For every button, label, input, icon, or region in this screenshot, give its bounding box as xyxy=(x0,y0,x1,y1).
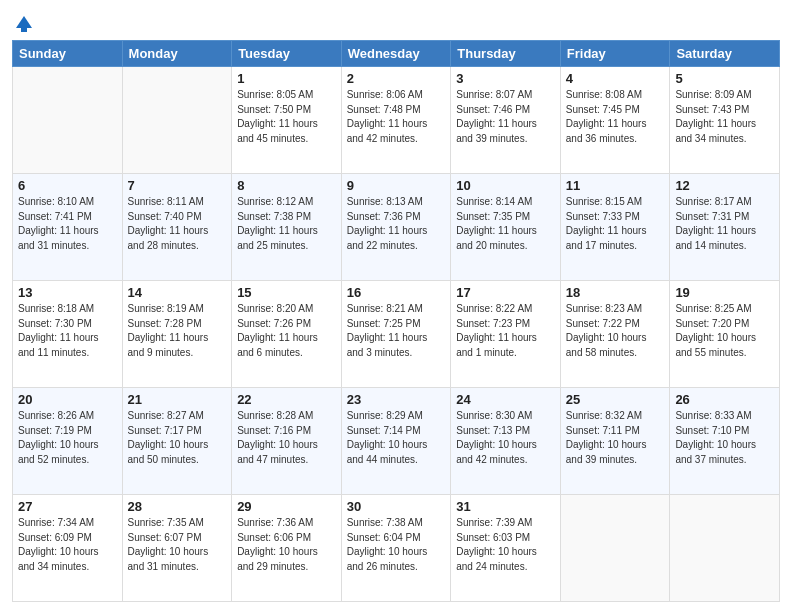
day-info: Sunrise: 8:30 AMSunset: 7:13 PMDaylight:… xyxy=(456,409,555,467)
svg-marker-0 xyxy=(16,16,32,28)
calendar-cell: 17Sunrise: 8:22 AMSunset: 7:23 PMDayligh… xyxy=(451,281,561,388)
day-info: Sunrise: 8:23 AMSunset: 7:22 PMDaylight:… xyxy=(566,302,665,360)
weekday-header-tuesday: Tuesday xyxy=(232,41,342,67)
day-info: Sunrise: 7:35 AMSunset: 6:07 PMDaylight:… xyxy=(128,516,227,574)
logo xyxy=(12,14,34,34)
day-number: 16 xyxy=(347,285,446,300)
day-info: Sunrise: 8:12 AMSunset: 7:38 PMDaylight:… xyxy=(237,195,336,253)
calendar-cell: 18Sunrise: 8:23 AMSunset: 7:22 PMDayligh… xyxy=(560,281,670,388)
day-info: Sunrise: 8:13 AMSunset: 7:36 PMDaylight:… xyxy=(347,195,446,253)
calendar-cell: 3Sunrise: 8:07 AMSunset: 7:46 PMDaylight… xyxy=(451,67,561,174)
calendar-cell: 5Sunrise: 8:09 AMSunset: 7:43 PMDaylight… xyxy=(670,67,780,174)
day-info: Sunrise: 8:11 AMSunset: 7:40 PMDaylight:… xyxy=(128,195,227,253)
day-number: 8 xyxy=(237,178,336,193)
calendar-cell: 14Sunrise: 8:19 AMSunset: 7:28 PMDayligh… xyxy=(122,281,232,388)
day-info: Sunrise: 7:38 AMSunset: 6:04 PMDaylight:… xyxy=(347,516,446,574)
calendar-cell: 30Sunrise: 7:38 AMSunset: 6:04 PMDayligh… xyxy=(341,495,451,602)
calendar-week-row: 1Sunrise: 8:05 AMSunset: 7:50 PMDaylight… xyxy=(13,67,780,174)
day-info: Sunrise: 8:07 AMSunset: 7:46 PMDaylight:… xyxy=(456,88,555,146)
day-number: 23 xyxy=(347,392,446,407)
day-number: 2 xyxy=(347,71,446,86)
day-number: 22 xyxy=(237,392,336,407)
calendar-cell: 6Sunrise: 8:10 AMSunset: 7:41 PMDaylight… xyxy=(13,174,123,281)
svg-rect-1 xyxy=(21,28,27,32)
day-number: 27 xyxy=(18,499,117,514)
day-info: Sunrise: 8:25 AMSunset: 7:20 PMDaylight:… xyxy=(675,302,774,360)
calendar-cell: 24Sunrise: 8:30 AMSunset: 7:13 PMDayligh… xyxy=(451,388,561,495)
calendar-week-row: 13Sunrise: 8:18 AMSunset: 7:30 PMDayligh… xyxy=(13,281,780,388)
calendar-cell: 19Sunrise: 8:25 AMSunset: 7:20 PMDayligh… xyxy=(670,281,780,388)
day-number: 17 xyxy=(456,285,555,300)
day-number: 14 xyxy=(128,285,227,300)
day-number: 1 xyxy=(237,71,336,86)
calendar-cell: 15Sunrise: 8:20 AMSunset: 7:26 PMDayligh… xyxy=(232,281,342,388)
calendar-cell: 7Sunrise: 8:11 AMSunset: 7:40 PMDaylight… xyxy=(122,174,232,281)
day-info: Sunrise: 8:15 AMSunset: 7:33 PMDaylight:… xyxy=(566,195,665,253)
day-number: 9 xyxy=(347,178,446,193)
day-info: Sunrise: 7:39 AMSunset: 6:03 PMDaylight:… xyxy=(456,516,555,574)
weekday-header-wednesday: Wednesday xyxy=(341,41,451,67)
day-number: 25 xyxy=(566,392,665,407)
day-number: 12 xyxy=(675,178,774,193)
calendar-cell: 13Sunrise: 8:18 AMSunset: 7:30 PMDayligh… xyxy=(13,281,123,388)
day-number: 21 xyxy=(128,392,227,407)
calendar-cell: 23Sunrise: 8:29 AMSunset: 7:14 PMDayligh… xyxy=(341,388,451,495)
calendar-cell: 25Sunrise: 8:32 AMSunset: 7:11 PMDayligh… xyxy=(560,388,670,495)
day-info: Sunrise: 8:21 AMSunset: 7:25 PMDaylight:… xyxy=(347,302,446,360)
calendar-cell: 26Sunrise: 8:33 AMSunset: 7:10 PMDayligh… xyxy=(670,388,780,495)
calendar-cell: 31Sunrise: 7:39 AMSunset: 6:03 PMDayligh… xyxy=(451,495,561,602)
day-number: 18 xyxy=(566,285,665,300)
calendar-cell: 20Sunrise: 8:26 AMSunset: 7:19 PMDayligh… xyxy=(13,388,123,495)
calendar-header-row: SundayMondayTuesdayWednesdayThursdayFrid… xyxy=(13,41,780,67)
calendar-cell: 21Sunrise: 8:27 AMSunset: 7:17 PMDayligh… xyxy=(122,388,232,495)
calendar-cell: 1Sunrise: 8:05 AMSunset: 7:50 PMDaylight… xyxy=(232,67,342,174)
calendar-cell: 9Sunrise: 8:13 AMSunset: 7:36 PMDaylight… xyxy=(341,174,451,281)
day-number: 10 xyxy=(456,178,555,193)
day-number: 3 xyxy=(456,71,555,86)
day-info: Sunrise: 8:20 AMSunset: 7:26 PMDaylight:… xyxy=(237,302,336,360)
day-info: Sunrise: 8:26 AMSunset: 7:19 PMDaylight:… xyxy=(18,409,117,467)
day-number: 6 xyxy=(18,178,117,193)
calendar-cell xyxy=(122,67,232,174)
calendar-cell: 12Sunrise: 8:17 AMSunset: 7:31 PMDayligh… xyxy=(670,174,780,281)
calendar-week-row: 27Sunrise: 7:34 AMSunset: 6:09 PMDayligh… xyxy=(13,495,780,602)
logo-icon xyxy=(14,14,34,34)
day-number: 13 xyxy=(18,285,117,300)
day-info: Sunrise: 8:28 AMSunset: 7:16 PMDaylight:… xyxy=(237,409,336,467)
day-info: Sunrise: 8:08 AMSunset: 7:45 PMDaylight:… xyxy=(566,88,665,146)
day-info: Sunrise: 8:27 AMSunset: 7:17 PMDaylight:… xyxy=(128,409,227,467)
calendar-cell xyxy=(560,495,670,602)
calendar-week-row: 6Sunrise: 8:10 AMSunset: 7:41 PMDaylight… xyxy=(13,174,780,281)
calendar-cell: 27Sunrise: 7:34 AMSunset: 6:09 PMDayligh… xyxy=(13,495,123,602)
calendar-cell: 2Sunrise: 8:06 AMSunset: 7:48 PMDaylight… xyxy=(341,67,451,174)
calendar-cell: 29Sunrise: 7:36 AMSunset: 6:06 PMDayligh… xyxy=(232,495,342,602)
calendar-cell: 8Sunrise: 8:12 AMSunset: 7:38 PMDaylight… xyxy=(232,174,342,281)
weekday-header-sunday: Sunday xyxy=(13,41,123,67)
day-info: Sunrise: 8:18 AMSunset: 7:30 PMDaylight:… xyxy=(18,302,117,360)
calendar-cell: 10Sunrise: 8:14 AMSunset: 7:35 PMDayligh… xyxy=(451,174,561,281)
day-number: 7 xyxy=(128,178,227,193)
weekday-header-saturday: Saturday xyxy=(670,41,780,67)
day-info: Sunrise: 8:22 AMSunset: 7:23 PMDaylight:… xyxy=(456,302,555,360)
day-info: Sunrise: 7:34 AMSunset: 6:09 PMDaylight:… xyxy=(18,516,117,574)
weekday-header-thursday: Thursday xyxy=(451,41,561,67)
day-number: 26 xyxy=(675,392,774,407)
calendar-cell: 22Sunrise: 8:28 AMSunset: 7:16 PMDayligh… xyxy=(232,388,342,495)
day-info: Sunrise: 8:29 AMSunset: 7:14 PMDaylight:… xyxy=(347,409,446,467)
day-number: 20 xyxy=(18,392,117,407)
day-info: Sunrise: 7:36 AMSunset: 6:06 PMDaylight:… xyxy=(237,516,336,574)
day-number: 15 xyxy=(237,285,336,300)
day-info: Sunrise: 8:06 AMSunset: 7:48 PMDaylight:… xyxy=(347,88,446,146)
page: SundayMondayTuesdayWednesdayThursdayFrid… xyxy=(0,0,792,612)
day-number: 5 xyxy=(675,71,774,86)
calendar-table: SundayMondayTuesdayWednesdayThursdayFrid… xyxy=(12,40,780,602)
weekday-header-monday: Monday xyxy=(122,41,232,67)
weekday-header-friday: Friday xyxy=(560,41,670,67)
day-number: 4 xyxy=(566,71,665,86)
day-number: 28 xyxy=(128,499,227,514)
day-number: 24 xyxy=(456,392,555,407)
day-info: Sunrise: 8:05 AMSunset: 7:50 PMDaylight:… xyxy=(237,88,336,146)
calendar-cell xyxy=(670,495,780,602)
day-info: Sunrise: 8:19 AMSunset: 7:28 PMDaylight:… xyxy=(128,302,227,360)
day-number: 31 xyxy=(456,499,555,514)
